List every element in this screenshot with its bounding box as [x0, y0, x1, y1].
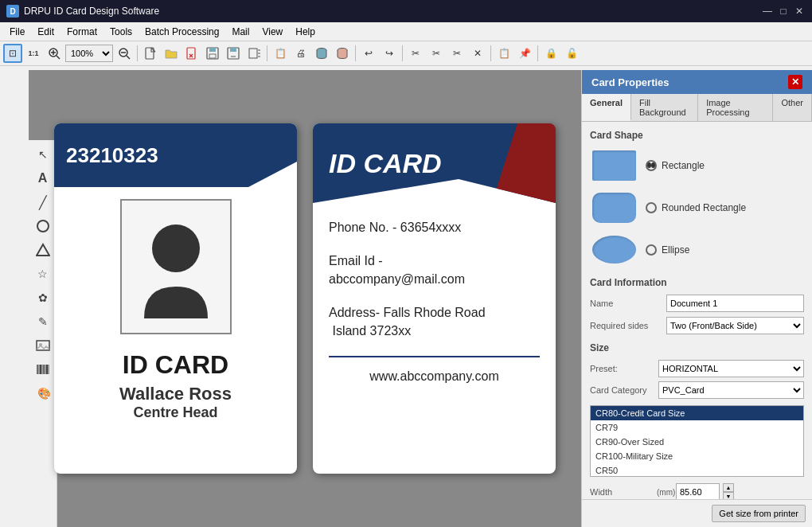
cut-button[interactable]: ✂	[406, 44, 425, 63]
copy-button[interactable]: 📋	[271, 44, 290, 63]
paste-button[interactable]: 📌	[515, 44, 534, 63]
save-button[interactable]	[203, 44, 222, 63]
menu-tools[interactable]: Tools	[103, 25, 139, 39]
menu-file[interactable]: File	[3, 25, 31, 39]
main-toolbar: ⊡ 1:1 100% 75% 50% 150%	[0, 41, 812, 65]
svg-rect-9	[187, 48, 195, 59]
svg-rect-13	[209, 48, 216, 52]
edit-save-button[interactable]	[224, 44, 243, 63]
toolbar-container: ⊡ 1:1 100% 75% 50% 150%	[0, 41, 812, 66]
unlock-button[interactable]: 🔓	[562, 44, 581, 63]
open-button[interactable]	[162, 44, 181, 63]
window-controls[interactable]: — □ ✕	[761, 5, 806, 18]
undo-button[interactable]: ↩	[359, 44, 378, 63]
redo-button[interactable]: ↪	[380, 44, 399, 63]
app-title: DRPU ID Card Design Software	[24, 6, 159, 17]
menu-bar: File Edit Format Tools Batch Processing …	[0, 22, 812, 41]
zoom-out-button[interactable]	[115, 44, 134, 63]
copy2-button[interactable]: 📋	[494, 44, 513, 63]
minimize-button[interactable]: —	[761, 5, 774, 18]
new-button[interactable]	[141, 44, 160, 63]
svg-rect-14	[209, 54, 216, 58]
delete-button[interactable]: ✕	[468, 44, 487, 63]
menu-help[interactable]: Help	[289, 25, 322, 39]
svg-rect-16	[230, 48, 236, 52]
lock-button[interactable]: 🔒	[541, 44, 560, 63]
svg-rect-18	[249, 49, 257, 58]
zoom-1to1-button[interactable]: 1:1	[24, 44, 43, 63]
cut2-button[interactable]: ✂	[427, 44, 446, 63]
zoom-in-button[interactable]	[45, 44, 64, 63]
title-bar: D DRPU ID Card Design Software — □ ✕	[0, 0, 812, 22]
app-icon: D	[6, 5, 19, 18]
database-button[interactable]	[312, 44, 331, 63]
menu-mail[interactable]: Mail	[225, 25, 256, 39]
cut3-button[interactable]: ✂	[447, 44, 467, 63]
menu-edit[interactable]: Edit	[31, 25, 61, 39]
svg-line-5	[127, 56, 130, 59]
menu-view[interactable]: View	[256, 25, 289, 39]
database2-button[interactable]	[333, 44, 352, 63]
zoom-select[interactable]: 100% 75% 50% 150%	[65, 45, 113, 62]
menu-format[interactable]: Format	[61, 25, 103, 39]
print-button[interactable]: 🖨	[291, 44, 310, 63]
maximize-button[interactable]: □	[777, 5, 790, 18]
close-button[interactable]: ✕	[793, 5, 806, 18]
menu-batch[interactable]: Batch Processing	[139, 25, 225, 39]
svg-line-1	[57, 56, 60, 59]
export-button[interactable]	[244, 44, 264, 63]
close-file-button[interactable]	[182, 44, 201, 63]
fit-button[interactable]: ⊡	[3, 44, 22, 63]
